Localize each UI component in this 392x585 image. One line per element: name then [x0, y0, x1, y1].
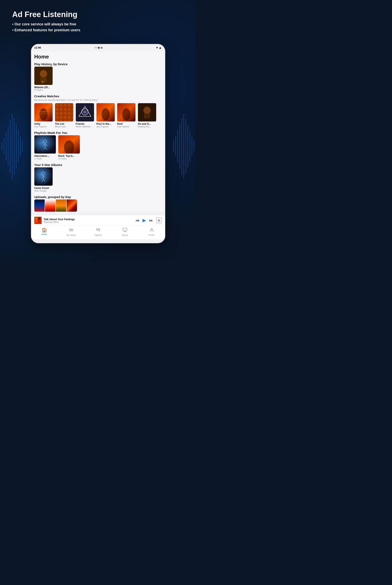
album-name: Come Closer — [34, 187, 52, 190]
list-item[interactable]: ▓▒░ Website (20... 5 Tracks — [34, 66, 52, 91]
nav-label-home: Home — [42, 233, 47, 236]
status-bar: 12:06 🛡 ▣ ▤ ▾ ▲ — [31, 44, 165, 51]
upload-multi-thumb[interactable] — [34, 200, 77, 212]
svg-rect-44 — [84, 114, 86, 116]
skip-forward-button[interactable]: ⏭ — [149, 218, 153, 222]
upload-thumb-1 — [34, 200, 45, 212]
playlists-list: Alternative:... 1 Track — [34, 135, 162, 160]
album-art-rock-top — [58, 135, 80, 154]
album-art-the-list — [55, 103, 73, 122]
skip-back-button[interactable]: ⏮ — [136, 218, 139, 222]
playlists-icon — [96, 228, 100, 234]
list-item[interactable]: Unity Just Figures — [34, 103, 52, 128]
nav-label-queue: Queue — [122, 234, 128, 236]
album-art-pour — [96, 103, 115, 122]
creative-matches-subtitle: Because you recently listened to "On and… — [34, 99, 162, 101]
play-history-title: Play History, by Device — [34, 62, 162, 66]
phone-mockup: 12:06 🛡 ▣ ▤ ▾ ▲ Home Play History, by De… — [31, 44, 165, 243]
list-item[interactable]: Alternative:... 1 Track — [34, 135, 56, 160]
album-art-alternative — [34, 135, 56, 154]
play-history-section: Play History, by Device ▓▒░ Website (20.… — [34, 62, 162, 91]
album-name: Unity — [34, 122, 52, 125]
nav-item-profile[interactable]: Profile — [146, 228, 158, 236]
svg-rect-87 — [123, 228, 127, 231]
library-icon — [69, 228, 74, 234]
status-icons-right: ▾ ▲ — [156, 46, 162, 50]
album-name: Roof — [117, 122, 136, 125]
list-item[interactable]: Pour in the... Just Figures — [96, 103, 115, 128]
status-icons-left: 🛡 ▣ ▤ — [95, 46, 102, 49]
five-star-title: Your 5 Star Albums — [34, 163, 162, 166]
upload-thumb-3 — [56, 200, 66, 212]
left-waveform — [0, 106, 24, 187]
status-time: 12:06 — [34, 46, 41, 49]
notification-icon: ▤ — [100, 46, 102, 49]
list-item[interactable]: On and O... Sinking Dai... — [138, 103, 156, 128]
svg-rect-53 — [144, 113, 150, 118]
svg-point-52 — [144, 107, 151, 114]
svg-rect-75 — [35, 220, 38, 223]
nav-label-library: My Library — [66, 234, 76, 236]
play-button[interactable]: ▶ — [142, 218, 146, 223]
marketing-bullet-2: • Enhanced features for premium users — [12, 28, 184, 32]
svg-rect-77 — [38, 218, 40, 220]
album-art-roof — [117, 103, 136, 122]
svg-point-47 — [102, 108, 110, 120]
now-playing-title: Talk About Your Feelings — [44, 218, 134, 221]
album-name: Pour in the... — [96, 122, 115, 125]
list-item[interactable]: The List Black Cats — [55, 103, 73, 128]
playlists-section: Playlists Made For You — [34, 131, 162, 160]
playlist-subtitle: 3 Tracks — [58, 158, 80, 160]
now-playing-artist: Wayward Wind — [44, 221, 134, 223]
playlist-name: Alternative:... — [34, 154, 56, 158]
svg-rect-30 — [38, 111, 48, 112]
now-playing-bar: Talk About Your Feelings Wayward Wind ⏮ … — [31, 215, 165, 226]
svg-point-90 — [151, 228, 152, 230]
playlist-name: Rock: Top G... — [58, 154, 80, 158]
queue-button[interactable]: ⊡ — [156, 218, 162, 223]
profile-icon — [149, 228, 154, 234]
nav-item-home[interactable]: 🏠 Home — [38, 228, 50, 236]
creative-matches-section: Creative Matches Because you recently li… — [34, 94, 162, 128]
play-history-list: ▓▒░ Website (20... 5 Tracks — [34, 66, 162, 91]
album-artist: Just Figures — [96, 125, 115, 128]
creative-matches-title: Creative Matches — [34, 94, 162, 98]
uploads-section: Uploads, grouped by Day — [34, 195, 162, 212]
uploads-title: Uploads, grouped by Day — [34, 195, 162, 199]
queue-nav-icon — [122, 228, 127, 234]
list-item[interactable]: Friends White Washed... — [76, 103, 94, 128]
list-item[interactable]: Roof Just Figures — [117, 103, 136, 128]
album-artist: Just Figures — [117, 125, 136, 128]
marketing-section: Ad Free Listening • Our core service wil… — [0, 0, 196, 40]
album-artist: Black Cats — [55, 125, 73, 128]
album-subtitle: 5 Tracks — [34, 89, 52, 91]
bottom-nav: 🏠 Home My Library — [31, 226, 165, 240]
now-playing-thumb — [34, 217, 42, 224]
playlist-subtitle: 1 Track — [34, 158, 56, 160]
svg-marker-86 — [99, 230, 100, 232]
nav-item-queue[interactable]: Queue — [119, 228, 131, 236]
now-playing-controls: ⏮ ▶ ⏭ ⊡ — [136, 218, 162, 223]
album-artist: Siren Songs — [34, 190, 52, 192]
queue-icon: ⊡ — [158, 219, 160, 222]
album-art-friends — [76, 103, 94, 122]
svg-rect-76 — [38, 220, 40, 223]
svg-rect-74 — [35, 218, 38, 220]
nav-label-profile: Profile — [149, 234, 154, 236]
svg-rect-36 — [55, 103, 73, 122]
nav-item-library[interactable]: My Library — [65, 228, 78, 236]
album-art-on-and-on — [138, 103, 156, 122]
album-name: Website (20... — [34, 86, 52, 89]
playlists-title: Playlists Made For You — [34, 131, 162, 134]
wifi-icon: ▾ — [156, 46, 158, 50]
right-waveform — [172, 106, 196, 187]
five-star-section: Your 5 Star Albums — [34, 163, 162, 192]
nav-item-playlists[interactable]: Playlists — [92, 228, 104, 236]
creative-matches-list: Unity Just Figures — [34, 103, 162, 128]
list-item[interactable]: Come Closer Siren Songs — [34, 168, 52, 192]
page-title: Home — [34, 54, 162, 60]
album-artist: Sinking Dai... — [138, 125, 156, 128]
now-playing-info: Talk About Your Feelings Wayward Wind — [44, 218, 134, 223]
marketing-bullet-1: • Our core service will always be free — [12, 22, 184, 26]
list-item[interactable]: Rock: Top G... 3 Tracks — [58, 135, 80, 160]
